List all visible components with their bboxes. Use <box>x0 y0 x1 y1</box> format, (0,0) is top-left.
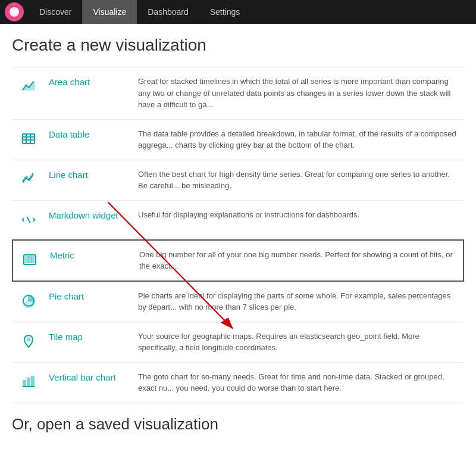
vertical-bar-chart-desc: The goto chart for so-many needs. Great … <box>138 371 458 394</box>
footer-title: Or, open a saved visualization <box>12 415 464 434</box>
main-content: Create a new visualization Area chart Gr… <box>0 24 476 451</box>
viz-item-vertical-bar-chart[interactable]: Vertical bar chart The goto chart for so… <box>12 363 464 403</box>
area-chart-name: Area chart <box>49 76 138 87</box>
svg-point-16 <box>27 338 30 341</box>
nav-tabs: Discover Visualize Dashboard Settings <box>29 0 250 24</box>
tile-map-name: Tile map <box>49 331 138 342</box>
markdown-icon <box>18 209 39 230</box>
data-table-name: Data table <box>49 128 138 139</box>
svg-rect-17 <box>23 381 26 387</box>
app-logo <box>5 2 24 21</box>
viz-item-pie-chart[interactable]: Pie chart Pie charts are ideal for displ… <box>12 282 464 322</box>
svg-rect-14 <box>32 260 34 263</box>
svg-rect-10 <box>29 257 31 259</box>
viz-item-metric[interactable]: Metric One big number for all of your on… <box>12 239 464 282</box>
svg-line-7 <box>27 217 30 223</box>
tile-map-icon <box>18 331 39 352</box>
data-table-icon <box>18 128 39 149</box>
line-chart-icon <box>18 169 39 190</box>
area-chart-desc: Great for stacked timelines in which the… <box>138 76 458 111</box>
tab-discover[interactable]: Discover <box>29 0 82 24</box>
pie-chart-icon <box>18 290 39 311</box>
tab-dashboard[interactable]: Dashboard <box>137 0 199 24</box>
area-chart-icon <box>18 76 39 97</box>
line-chart-name: Line chart <box>49 169 138 180</box>
vertical-bar-chart-name: Vertical bar chart <box>49 371 138 382</box>
pie-chart-name: Pie chart <box>49 290 138 301</box>
svg-point-0 <box>10 7 19 17</box>
viz-item-line-chart[interactable]: Line chart Often the best chart for high… <box>12 160 464 201</box>
metric-name: Metric <box>50 249 139 260</box>
svg-marker-1 <box>23 82 35 90</box>
tile-map-desc: Your source for geographic maps. Require… <box>138 331 458 354</box>
viz-item-tile-map[interactable]: Tile map Your source for geographic maps… <box>12 322 464 363</box>
tab-visualize[interactable]: Visualize <box>82 0 137 24</box>
visualization-list: Area chart Great for stacked timelines i… <box>12 67 464 403</box>
markdown-name: Markdown widget <box>49 209 138 220</box>
content-wrapper: Area chart Great for stacked timelines i… <box>12 67 464 403</box>
svg-rect-12 <box>26 260 28 263</box>
svg-rect-11 <box>32 257 34 259</box>
line-chart-desc: Often the best chart for high density ti… <box>138 169 458 192</box>
svg-rect-19 <box>32 376 34 387</box>
metric-desc: One big number for all of your one big n… <box>139 249 457 272</box>
viz-item-markdown[interactable]: Markdown widget Useful for displaying ex… <box>12 201 464 239</box>
vertical-bar-chart-icon <box>18 371 39 392</box>
viz-item-data-table[interactable]: Data table The data table provides a det… <box>12 120 464 160</box>
topnav: Discover Visualize Dashboard Settings <box>0 0 476 24</box>
viz-item-area-chart[interactable]: Area chart Great for stacked timelines i… <box>12 67 464 120</box>
pie-chart-desc: Pie charts are ideal for displaying the … <box>138 290 458 313</box>
svg-rect-13 <box>29 260 31 263</box>
svg-rect-18 <box>27 378 30 387</box>
svg-rect-2 <box>23 134 35 144</box>
svg-rect-9 <box>26 257 28 259</box>
page-title: Create a new visualization <box>12 36 464 55</box>
data-table-desc: The data table provides a detailed break… <box>138 128 458 151</box>
markdown-desc: Useful for displaying explanations or in… <box>138 209 359 221</box>
tab-settings[interactable]: Settings <box>199 0 251 24</box>
metric-icon <box>19 249 40 270</box>
